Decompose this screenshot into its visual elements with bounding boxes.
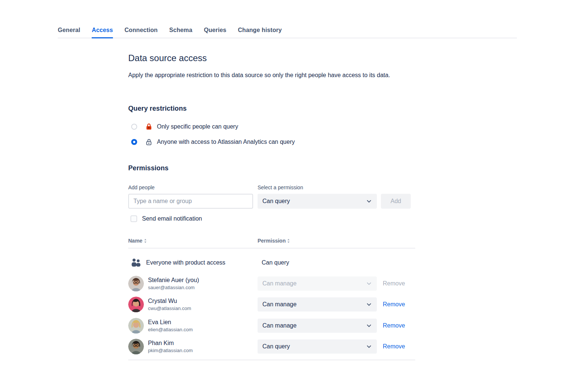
member-name: Eva Lien	[148, 319, 193, 326]
remove-link[interactable]: Remove	[383, 343, 405, 350]
member-name: Phan Kim	[148, 340, 193, 347]
select-permission-label: Select a permission	[258, 184, 303, 190]
lock-open-icon	[145, 138, 153, 146]
avatar	[128, 318, 144, 333]
restriction-option-specific-people[interactable]: Only specific people can query	[131, 123, 238, 131]
restriction-option-anyone[interactable]: Anyone with access to Atlassian Analytic…	[131, 138, 295, 146]
remove-link: Remove	[383, 280, 405, 287]
permission-select[interactable]: Can query	[258, 194, 377, 209]
row-permission-select[interactable]: Can manage	[258, 297, 377, 312]
row-permission-value: Can manage	[262, 322, 297, 329]
tab-connection[interactable]: Connection	[124, 27, 158, 38]
remove-link[interactable]: Remove	[383, 322, 405, 329]
tab-general[interactable]: General	[58, 27, 80, 38]
settings-tabbar: General Access Connection Schema Queries…	[58, 27, 517, 38]
row-permission-select[interactable]: Can manage	[258, 319, 377, 333]
row-permission-value: Can manage	[262, 280, 297, 287]
add-button[interactable]: Add	[381, 194, 411, 209]
restriction-option-label: Only specific people can query	[157, 123, 238, 130]
table-row-everyone: Everyone with product access Can query	[128, 253, 415, 273]
chevron-down-icon	[366, 344, 372, 350]
tab-change-history[interactable]: Change history	[238, 27, 282, 38]
table-header: Name Permission	[128, 238, 415, 249]
query-restrictions-heading: Query restrictions	[128, 105, 187, 113]
avatar	[128, 339, 144, 354]
permission-select-value: Can query	[262, 198, 290, 205]
send-email-checkbox[interactable]	[130, 215, 137, 222]
send-email-label: Send email notification	[142, 215, 202, 222]
member-name: Everyone with product access	[146, 259, 226, 266]
people-group-icon	[130, 257, 142, 269]
avatar	[128, 276, 144, 291]
tab-queries[interactable]: Queries	[204, 27, 226, 38]
table-row-member: Stefanie Auer (you) sauer@atlassian.com …	[128, 275, 415, 292]
member-name: Stefanie Auer (you)	[148, 277, 199, 284]
table-row-member: Eva Lien elien@atlassian.com Can manage …	[128, 317, 415, 334]
tab-access[interactable]: Access	[92, 27, 113, 38]
row-permission-value: Can manage	[262, 301, 297, 308]
radio-unselected[interactable]	[131, 124, 137, 130]
radio-selected[interactable]	[131, 139, 137, 145]
table-bottom-divider	[128, 360, 415, 360]
page-description: Apply the appropriate restriction to thi…	[128, 70, 411, 80]
column-header-permission[interactable]: Permission	[258, 238, 290, 244]
remove-link[interactable]: Remove	[383, 301, 405, 308]
member-email: cwu@atlassian.com	[148, 306, 191, 311]
row-permission-value: Can query	[262, 343, 290, 350]
page-title: Data source access	[128, 53, 207, 63]
row-permission-select[interactable]: Can query	[258, 339, 377, 354]
chevron-down-icon	[366, 198, 372, 204]
lock-closed-icon	[145, 123, 153, 131]
member-email: elien@atlassian.com	[148, 327, 193, 332]
sort-icon[interactable]	[287, 238, 290, 243]
sort-icon[interactable]	[144, 238, 147, 243]
table-row-member: Phan Kim pkim@atlassian.com Can query Re…	[128, 338, 415, 355]
add-people-label: Add people	[128, 184, 155, 190]
table-row-member: Crystal Wu cwu@atlassian.com Can manage …	[128, 296, 415, 313]
restriction-option-label: Anyone with access to Atlassian Analytic…	[157, 139, 295, 145]
column-header-permission-label: Permission	[258, 238, 286, 244]
chevron-down-icon	[366, 281, 372, 287]
tab-schema[interactable]: Schema	[169, 27, 192, 38]
member-name: Crystal Wu	[148, 298, 191, 304]
member-permission: Can query	[262, 259, 289, 266]
send-email-option[interactable]: Send email notification	[130, 215, 202, 222]
member-email: sauer@atlassian.com	[148, 285, 199, 290]
add-people-input[interactable]	[128, 194, 253, 209]
avatar	[128, 297, 144, 312]
permissions-heading: Permissions	[128, 164, 168, 172]
member-email: pkim@atlassian.com	[148, 348, 193, 353]
column-header-name[interactable]: Name	[128, 238, 147, 244]
column-header-name-label: Name	[128, 238, 142, 244]
row-permission-select: Can manage	[258, 276, 377, 291]
chevron-down-icon	[366, 301, 372, 307]
chevron-down-icon	[366, 323, 372, 329]
